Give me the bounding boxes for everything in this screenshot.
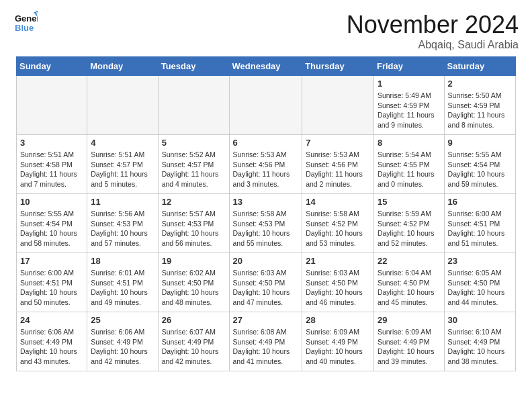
day-number: 17 [20,256,83,266]
day-number: 24 [20,315,83,325]
day-info: Sunrise: 6:02 AM Sunset: 4:50 PM Dayligh… [162,268,226,308]
calendar-header: Sunday Monday Tuesday Wednesday Thursday… [17,57,516,76]
day-number: 2 [448,79,512,89]
calendar-cell: 7Sunrise: 5:53 AM Sunset: 4:56 PM Daylig… [302,135,374,194]
day-number: 20 [233,256,299,266]
day-info: Sunrise: 5:55 AM Sunset: 4:54 PM Dayligh… [20,209,83,248]
day-number: 9 [448,138,512,148]
day-number: 12 [162,197,226,207]
day-info: Sunrise: 5:54 AM Sunset: 4:55 PM Dayligh… [378,150,441,189]
calendar-week-row: 24Sunrise: 6:06 AM Sunset: 4:49 PM Dayli… [17,312,516,371]
day-number: 28 [306,315,370,325]
day-number: 6 [233,138,299,148]
day-info: Sunrise: 6:09 AM Sunset: 4:49 PM Dayligh… [306,327,370,367]
header-saturday: Saturday [444,57,515,76]
day-number: 1 [378,79,441,89]
day-number: 8 [378,138,441,148]
day-info: Sunrise: 6:03 AM Sunset: 4:50 PM Dayligh… [233,268,299,308]
day-number: 23 [448,256,512,266]
day-info: Sunrise: 6:01 AM Sunset: 4:51 PM Dayligh… [91,268,154,308]
day-info: Sunrise: 5:50 AM Sunset: 4:59 PM Dayligh… [448,91,512,130]
calendar-cell [302,76,374,135]
calendar-cell: 12Sunrise: 5:57 AM Sunset: 4:53 PM Dayli… [158,194,229,253]
calendar-table: Sunday Monday Tuesday Wednesday Thursday… [16,56,516,371]
calendar-week-row: 10Sunrise: 5:55 AM Sunset: 4:54 PM Dayli… [17,194,516,253]
calendar-cell: 28Sunrise: 6:09 AM Sunset: 4:49 PM Dayli… [302,312,374,371]
weekday-header-row: Sunday Monday Tuesday Wednesday Thursday… [17,57,516,76]
day-number: 18 [91,256,154,266]
calendar-cell: 5Sunrise: 5:52 AM Sunset: 4:57 PM Daylig… [158,135,229,194]
day-number: 10 [20,197,83,207]
day-number: 5 [162,138,226,148]
calendar-cell: 6Sunrise: 5:53 AM Sunset: 4:56 PM Daylig… [229,135,302,194]
calendar-cell [87,76,158,135]
calendar-cell: 9Sunrise: 5:55 AM Sunset: 4:54 PM Daylig… [444,135,515,194]
location-subtitle: Abqaiq, Saudi Arabia [347,39,519,51]
title-section: November 2024 Abqaiq, Saudi Arabia [347,11,519,51]
day-number: 14 [306,197,370,207]
header-sunday: Sunday [17,57,87,76]
day-info: Sunrise: 5:57 AM Sunset: 4:53 PM Dayligh… [162,209,226,248]
day-info: Sunrise: 6:05 AM Sunset: 4:50 PM Dayligh… [448,268,512,308]
header-tuesday: Tuesday [158,57,229,76]
calendar-cell: 18Sunrise: 6:01 AM Sunset: 4:51 PM Dayli… [87,253,158,312]
calendar-cell: 17Sunrise: 6:00 AM Sunset: 4:51 PM Dayli… [17,253,87,312]
calendar-week-row: 1Sunrise: 5:49 AM Sunset: 4:59 PM Daylig… [17,76,516,135]
day-number: 7 [306,138,370,148]
day-info: Sunrise: 5:51 AM Sunset: 4:57 PM Dayligh… [91,150,154,189]
calendar-cell [229,76,302,135]
calendar-cell: 1Sunrise: 5:49 AM Sunset: 4:59 PM Daylig… [373,76,444,135]
svg-text:General: General [15,13,38,24]
page-container: General Blue November 2024 Abqaiq, Saudi… [0,0,532,379]
day-info: Sunrise: 6:06 AM Sunset: 4:49 PM Dayligh… [20,327,83,367]
day-info: Sunrise: 6:08 AM Sunset: 4:49 PM Dayligh… [233,327,299,367]
day-number: 22 [378,256,441,266]
day-number: 11 [91,197,154,207]
day-info: Sunrise: 6:03 AM Sunset: 4:50 PM Dayligh… [306,268,370,308]
logo: General Blue [13,11,38,35]
calendar-cell: 11Sunrise: 5:56 AM Sunset: 4:53 PM Dayli… [87,194,158,253]
month-title: November 2024 [347,11,519,39]
calendar-cell: 13Sunrise: 5:58 AM Sunset: 4:53 PM Dayli… [229,194,302,253]
day-number: 27 [233,315,299,325]
day-info: Sunrise: 5:53 AM Sunset: 4:56 PM Dayligh… [233,150,299,189]
day-info: Sunrise: 6:09 AM Sunset: 4:49 PM Dayligh… [378,327,441,367]
calendar-cell: 16Sunrise: 6:00 AM Sunset: 4:51 PM Dayli… [444,194,515,253]
calendar-cell: 29Sunrise: 6:09 AM Sunset: 4:49 PM Dayli… [373,312,444,371]
calendar-cell: 25Sunrise: 6:06 AM Sunset: 4:49 PM Dayli… [87,312,158,371]
calendar-cell: 2Sunrise: 5:50 AM Sunset: 4:59 PM Daylig… [444,76,515,135]
header-friday: Friday [373,57,444,76]
day-info: Sunrise: 6:06 AM Sunset: 4:49 PM Dayligh… [91,327,154,367]
calendar-cell: 20Sunrise: 6:03 AM Sunset: 4:50 PM Dayli… [229,253,302,312]
day-info: Sunrise: 5:59 AM Sunset: 4:52 PM Dayligh… [378,209,441,248]
svg-text:Blue: Blue [15,23,34,33]
day-info: Sunrise: 6:10 AM Sunset: 4:49 PM Dayligh… [448,327,512,367]
day-info: Sunrise: 5:55 AM Sunset: 4:54 PM Dayligh… [448,150,512,189]
logo-svg-icon: General Blue [13,11,38,35]
day-number: 29 [378,315,441,325]
day-info: Sunrise: 5:49 AM Sunset: 4:59 PM Dayligh… [378,91,441,130]
calendar-wrapper: Sunday Monday Tuesday Wednesday Thursday… [0,56,532,379]
day-number: 21 [306,256,370,266]
calendar-body: 1Sunrise: 5:49 AM Sunset: 4:59 PM Daylig… [17,76,516,371]
calendar-cell [17,76,87,135]
day-number: 16 [448,197,512,207]
day-info: Sunrise: 5:51 AM Sunset: 4:58 PM Dayligh… [20,150,83,189]
calendar-cell: 3Sunrise: 5:51 AM Sunset: 4:58 PM Daylig… [17,135,87,194]
calendar-cell: 19Sunrise: 6:02 AM Sunset: 4:50 PM Dayli… [158,253,229,312]
calendar-cell: 22Sunrise: 6:04 AM Sunset: 4:50 PM Dayli… [373,253,444,312]
header-thursday: Thursday [302,57,374,76]
day-number: 4 [91,138,154,148]
day-info: Sunrise: 5:58 AM Sunset: 4:53 PM Dayligh… [233,209,299,248]
calendar-week-row: 3Sunrise: 5:51 AM Sunset: 4:58 PM Daylig… [17,135,516,194]
calendar-cell: 27Sunrise: 6:08 AM Sunset: 4:49 PM Dayli… [229,312,302,371]
day-number: 25 [91,315,154,325]
calendar-cell [158,76,229,135]
page-header: General Blue November 2024 Abqaiq, Saudi… [0,0,532,56]
calendar-week-row: 17Sunrise: 6:00 AM Sunset: 4:51 PM Dayli… [17,253,516,312]
day-number: 15 [378,197,441,207]
day-info: Sunrise: 6:07 AM Sunset: 4:49 PM Dayligh… [162,327,226,367]
day-number: 26 [162,315,226,325]
calendar-cell: 14Sunrise: 5:58 AM Sunset: 4:52 PM Dayli… [302,194,374,253]
day-number: 30 [448,315,512,325]
